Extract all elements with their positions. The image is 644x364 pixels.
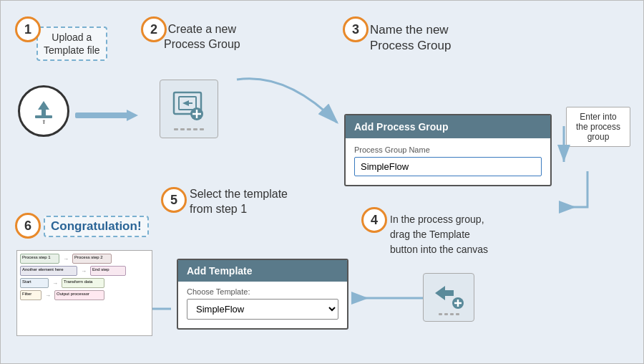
svg-text:⬆: ⬆ (42, 119, 47, 125)
step4-badge-number: 4 (371, 213, 378, 228)
step4-label-line1: In the process group, (390, 214, 484, 225)
step2-label-line2: Process Group (164, 38, 240, 50)
step6-label: Congratulation! (44, 216, 149, 237)
add-process-group-dialog: Add Process Group Process Group Name (344, 114, 552, 186)
at-field-label: Choose Template: (187, 287, 338, 296)
apg-dialog-title: Add Process Group (354, 121, 448, 133)
enter-pg-label: Enter into the process group (566, 107, 630, 147)
step2-badge: 2 (141, 16, 167, 42)
step5-label-line1: Select the template (190, 188, 288, 200)
step1-label-line2: Template file (44, 44, 100, 56)
step6-badge: 6 (15, 213, 41, 239)
step1-label-line1: Upload a (52, 32, 92, 43)
step3-label-line1: Name the new (370, 23, 449, 37)
step5-label: Select the template from step 1 (190, 187, 288, 217)
template-select[interactable]: SimpleFlow (187, 299, 338, 320)
arrow-4-to-5 (344, 287, 430, 309)
step1-label: Upload a Template file (36, 27, 107, 61)
step2-badge-number: 2 (150, 22, 157, 37)
step1-badge-number: 1 (24, 22, 31, 37)
step3-badge: 3 (343, 16, 369, 42)
svg-rect-5 (75, 112, 129, 118)
enter-pg-line3: group (587, 132, 610, 142)
template-drag-icon (423, 273, 474, 322)
step4-label-line2: drag the Template (390, 229, 470, 240)
step4-label-line3: button into the canvas (390, 244, 488, 255)
enter-pg-line2: the process (576, 122, 620, 132)
step1-badge: 1 (15, 16, 41, 42)
congratulation-text: Congratulation! (51, 219, 142, 233)
at-dialog-title: Add Template (187, 265, 253, 277)
apg-field-label: Process Group Name (354, 145, 542, 154)
svg-marker-12 (182, 100, 189, 106)
svg-marker-17 (435, 286, 454, 300)
step4-badge: 4 (361, 207, 387, 233)
step5-badge: 5 (161, 187, 187, 213)
step2-label: Create a new Process Group (164, 22, 240, 52)
process-group-name-input[interactable] (354, 157, 542, 176)
step3-label-line2: Process Group (370, 39, 451, 52)
step3-badge-number: 3 (352, 22, 359, 37)
step2-label-line1: Create a new (168, 23, 236, 35)
arrow-3-to-enter (553, 126, 575, 169)
arrow-1-to-2 (75, 107, 140, 124)
svg-marker-6 (127, 110, 138, 121)
svg-rect-2 (42, 108, 46, 117)
step3-label: Name the new Process Group (370, 22, 451, 54)
arrow-enter-to-step4 (566, 171, 602, 229)
add-template-dialog: Add Template Choose Template: SimpleFlow (177, 259, 348, 330)
process-group-icon (160, 80, 218, 138)
enter-pg-line1: Enter into (580, 112, 616, 122)
step5-badge-number: 5 (170, 193, 177, 208)
at-dialog-header: Add Template (178, 260, 347, 282)
step5-label-line2: from step 1 (190, 203, 247, 215)
upload-icon: ⬆ (18, 85, 69, 137)
arrow-2-to-3 (223, 65, 351, 137)
step6-badge-number: 6 (24, 219, 31, 234)
apg-dialog-header: Add Process Group (346, 115, 550, 138)
step4-label: In the process group, drag the Template … (390, 212, 488, 257)
congratulation-thumbnail: Process step 1 → Process step 2 Another … (16, 250, 152, 336)
